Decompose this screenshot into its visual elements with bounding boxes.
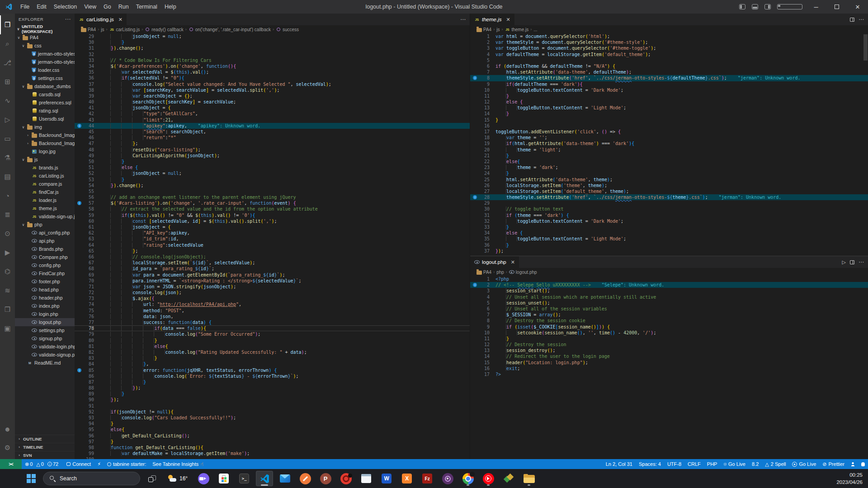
- tree-item-brands.php[interactable]: Brands.php: [15, 245, 75, 253]
- close-button[interactable]: ✕: [847, 0, 868, 14]
- maximize-button[interactable]: [826, 0, 847, 14]
- section-svn[interactable]: ›SVN: [15, 451, 75, 459]
- breadcrumb[interactable]: PA4›js›JStheme.js›...: [470, 25, 868, 33]
- breadcrumb[interactable]: PA4›php›logout.php: [470, 268, 868, 276]
- tree-item-theme.js[interactable]: JStheme.js: [15, 204, 75, 212]
- remote-indicator[interactable]: ><: [0, 459, 22, 469]
- menu-view[interactable]: View: [80, 0, 100, 14]
- status-spell-checker[interactable]: △2 Spell: [762, 459, 789, 469]
- settings-gear-icon[interactable]: ⚙: [0, 438, 15, 457]
- explorer-icon[interactable]: ❐: [0, 15, 15, 34]
- scrollbar-thumb[interactable]: [863, 34, 868, 61]
- tree-item-jerman-otto-styles...[interactable]: 3jerman-otto-styles...: [15, 50, 75, 58]
- tree-item-jerman-otto-styles...[interactable]: 3jerman-otto-styles...: [15, 58, 75, 66]
- tree-item-backround_imag...[interactable]: ›Backround_Imag...: [15, 139, 75, 147]
- tree-item-carlisting.js[interactable]: JScarListing.js: [15, 172, 75, 180]
- tree-item-validate-login.php[interactable]: validate-login.php: [15, 343, 75, 351]
- toggle-primary-sidebar-icon[interactable]: [736, 0, 749, 14]
- tree-item-logo.jpg[interactable]: logo.jpg: [15, 147, 75, 155]
- database-icon[interactable]: ≣: [0, 205, 15, 224]
- breadcrumb-item[interactable]: PA4: [81, 27, 96, 32]
- media-app[interactable]: [337, 471, 354, 486]
- p-app[interactable]: P: [317, 471, 334, 486]
- menu-help[interactable]: Help: [161, 0, 180, 14]
- video-call-app[interactable]: [195, 471, 212, 486]
- section-outline[interactable]: ›OUTLINE: [15, 435, 75, 443]
- tree-item-config.php[interactable]: config.php: [15, 261, 75, 269]
- status-tabnine-insights[interactable]: See Tabnine Insights☝: [149, 459, 207, 469]
- word[interactable]: W: [378, 471, 395, 486]
- run-file-icon[interactable]: ▷: [842, 259, 846, 265]
- breadcrumb-item[interactable]: on('change', '.rate_car-input') callback: [189, 27, 271, 32]
- code-editor[interactable]: 1var html = document.querySelector('html…: [470, 33, 868, 256]
- python-icon[interactable]: ∿: [0, 91, 15, 110]
- browser-preview-icon[interactable]: ❒: [0, 300, 15, 319]
- menu-terminal[interactable]: Terminal: [132, 0, 161, 14]
- breadcrumb-item[interactable]: php: [496, 270, 504, 275]
- tree-item-js[interactable]: ∨js: [15, 155, 75, 164]
- customize-layout-icon[interactable]: [774, 0, 806, 14]
- tree-item-login.php[interactable]: login.php: [15, 310, 75, 318]
- menu-edit[interactable]: Edit: [33, 0, 50, 14]
- edge-browser-icon[interactable]: ◔: [0, 186, 15, 205]
- close-tab-icon[interactable]: ✕: [511, 259, 515, 265]
- explorer-more-icon[interactable]: ···: [65, 16, 71, 22]
- tree-item-findcar.js[interactable]: JSfindCar.js: [15, 188, 75, 196]
- containers-icon[interactable]: ▣: [0, 319, 15, 338]
- task-view-button[interactable]: [143, 471, 160, 486]
- start-button[interactable]: [23, 471, 40, 486]
- tree-item-api.php[interactable]: api.php: [15, 237, 75, 245]
- toggle-panel-icon[interactable]: [749, 0, 761, 14]
- hex-editor-icon[interactable]: ⌬: [0, 262, 15, 281]
- remote-explorer-icon[interactable]: ▭: [0, 129, 15, 148]
- toggle-secondary-sidebar-icon[interactable]: [761, 0, 774, 14]
- section-timeline[interactable]: ›TIMELINE: [15, 443, 75, 451]
- tor-browser[interactable]: [439, 471, 456, 486]
- accounts-icon[interactable]: ☻: [0, 419, 15, 438]
- breadcrumb-item[interactable]: logout.php: [509, 269, 537, 275]
- github-icon[interactable]: ⊙: [0, 224, 15, 243]
- tab-theme.js[interactable]: JStheme.js✕: [470, 14, 515, 25]
- status-thunder-client[interactable]: ⚡: [94, 459, 104, 469]
- file-explorer[interactable]: [520, 471, 538, 486]
- status-language-mode[interactable]: PHP: [704, 459, 721, 469]
- tree-item-carsdb.sql[interactable]: carsdb.sql: [15, 90, 75, 99]
- code-runner-icon[interactable]: ▶: [0, 243, 15, 262]
- code-editor[interactable]: 29 jsonObject = null;30 }31 }).change();…: [75, 33, 470, 459]
- split-editor-icon[interactable]: [850, 260, 854, 264]
- tree-item-backround_images[interactable]: ›Backround_Images: [15, 131, 75, 139]
- project-manager-icon[interactable]: ▤: [0, 167, 15, 186]
- breadcrumb-item[interactable]: ...: [533, 27, 537, 32]
- status-php-server[interactable]: ▶Go Live: [789, 459, 819, 469]
- pencil-app[interactable]: [297, 471, 314, 486]
- tree-item-img[interactable]: ∨img: [15, 123, 75, 131]
- status-prettier[interactable]: ⊘Prettier: [819, 459, 848, 469]
- tree-item-php[interactable]: ∨php: [15, 221, 75, 229]
- tree-item-header.php[interactable]: header.php: [15, 294, 75, 302]
- tree-item-index.php[interactable]: index.php: [15, 302, 75, 310]
- search-box[interactable]: Search: [43, 472, 140, 485]
- extensions-icon[interactable]: ⊞: [0, 72, 15, 91]
- tree-item-footer.php[interactable]: footer.php: [15, 277, 75, 286]
- split-editor-icon[interactable]: [850, 18, 854, 22]
- code-editor[interactable]: 1<?php2i// <!-- Selepe Sello uXXXXXXXXX …: [470, 276, 868, 459]
- tree-item-signup.php[interactable]: signup.php: [15, 334, 75, 343]
- status-cursor-position[interactable]: Ln 2, Col 31: [603, 459, 636, 469]
- workspace-root[interactable]: ∨ UNTITLED (WORKSPACE): [15, 24, 75, 33]
- source-control-icon[interactable]: ⎇: [0, 53, 15, 72]
- breadcrumb-item[interactable]: PA4: [476, 27, 491, 32]
- tree-item-compare.js[interactable]: JScompare.js: [15, 180, 75, 188]
- status-sql-connect[interactable]: Connect: [63, 459, 94, 469]
- microsoft-store[interactable]: [215, 471, 232, 486]
- xampp[interactable]: X: [398, 471, 415, 486]
- status-go-live[interactable]: ⌾Go Live: [720, 459, 749, 469]
- tree-item-database_dumbs[interactable]: ∨database_dumbs: [15, 82, 75, 90]
- tab-carListing.js[interactable]: JScarListing.js✕: [75, 14, 127, 25]
- editor-more-actions-icon[interactable]: ⋯: [460, 16, 466, 23]
- tree-item-validate-signup.php[interactable]: validate-signup.php: [15, 351, 75, 359]
- tree-item-settings.php[interactable]: settings.php: [15, 326, 75, 334]
- close-tab-icon[interactable]: ✕: [118, 17, 123, 23]
- status-eol[interactable]: CRLF: [684, 459, 704, 469]
- tab-logout.php[interactable]: logout.php✕: [470, 256, 519, 268]
- docker-icon[interactable]: ≋: [0, 281, 15, 300]
